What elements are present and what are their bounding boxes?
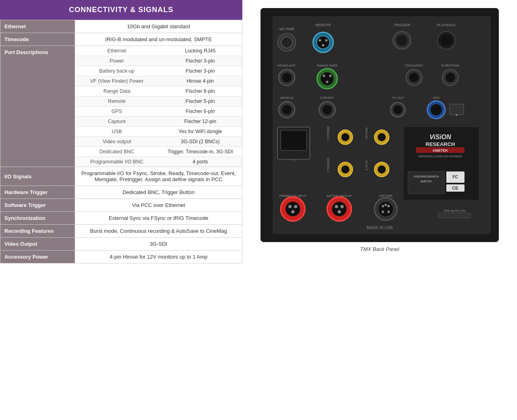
- svg-point-28: [409, 73, 419, 82]
- row-label-3: I/O Signals: [0, 167, 75, 186]
- row-label-7: Recording Features: [0, 225, 75, 238]
- port-value-8: Yes for WiFi dongle: [159, 127, 242, 137]
- row-value-ports: EthernetLocking RJ45PowerFischer 3-pinBa…: [75, 46, 242, 167]
- camera-image: WF PWR REMOTE TRIGGER PLAYBACK HDSDI A/V…: [261, 8, 499, 242]
- svg-text:ViSiON: ViSiON: [429, 134, 451, 140]
- svg-rect-96: [438, 213, 471, 218]
- svg-point-91: [387, 205, 390, 207]
- row-value-1: IRIG-B modulated and un-modulated, SMPTE: [75, 33, 242, 46]
- port-label-8: USB: [75, 127, 159, 137]
- port-value-2: Fischer 3-pin: [159, 66, 242, 76]
- svg-text:PLAYBACK: PLAYBACK: [437, 23, 456, 27]
- row-label-6: Synchronization: [0, 212, 75, 225]
- port-label-6: GPS: [75, 107, 159, 117]
- svg-text:WF PWR: WF PWR: [279, 27, 294, 31]
- svg-text:VISIONRESEARCH: VISIONRESEARCH: [414, 175, 439, 178]
- section-header: CONNECTIVITY & SIGNALS: [0, 0, 242, 20]
- svg-text:AMETEK: AMETEK: [420, 180, 432, 183]
- port-label-0: Ethernet: [75, 46, 159, 56]
- svg-text:S READY: S READY: [320, 96, 334, 100]
- port-label-7: Capture: [75, 117, 159, 127]
- port-value-1: Fischer 3-pin: [159, 56, 242, 66]
- svg-rect-47: [281, 130, 307, 150]
- svg-point-83: [332, 202, 347, 216]
- svg-text:CE: CE: [452, 186, 458, 190]
- row-value-7: Burst mode, Continuous recording & AutoS…: [75, 225, 242, 238]
- svg-point-16: [441, 35, 452, 46]
- svg-point-8: [319, 39, 321, 42]
- svg-text:FC: FC: [452, 175, 458, 179]
- svg-point-54: [378, 133, 386, 141]
- svg-point-93: [387, 211, 390, 213]
- port-label-1: Power: [75, 56, 159, 66]
- row-value-8: 3G-SDI: [75, 238, 242, 251]
- port-value-10: Trigger, Timecode-in, 3G-SDI: [159, 147, 242, 157]
- svg-point-9: [325, 39, 328, 42]
- svg-text:⬡⬡: ⬡⬡: [291, 159, 296, 162]
- svg-point-7: [317, 36, 330, 49]
- svg-text:2 TC IN: 2 TC IN: [365, 161, 368, 170]
- row-value-5: Via PCC over Ethernet: [75, 199, 242, 212]
- svg-point-77: [286, 202, 300, 216]
- svg-text:TOOLS/REV: TOOLS/REV: [405, 64, 423, 67]
- svg-point-22: [321, 72, 334, 85]
- row-value-6: External Sync via FSync or IRIG Timecode: [75, 212, 242, 225]
- svg-text:CAPTURE: CAPTURE: [379, 194, 393, 197]
- svg-text:3 STROBE: 3 STROBE: [327, 126, 330, 140]
- svg-point-90: [382, 205, 384, 207]
- svg-text:TRIGGER: TRIGGER: [393, 23, 410, 27]
- svg-point-40: [393, 105, 402, 114]
- svg-point-94: [385, 204, 387, 206]
- port-label-10: Dedicated BNC: [75, 147, 159, 157]
- svg-text:4 FSYNC: 4 FSYNC: [365, 127, 368, 139]
- svg-point-37: [322, 105, 332, 115]
- svg-point-51: [341, 133, 349, 141]
- svg-point-25: [326, 81, 328, 83]
- port-value-4: Fischer 8-pin: [159, 86, 242, 96]
- svg-point-66: [378, 165, 386, 173]
- svg-point-31: [446, 73, 455, 82]
- port-label-3: VF (View Finder) Power: [75, 76, 159, 86]
- svg-text:RESEARCH: RESEARCH: [426, 141, 455, 147]
- svg-text:1 TRIGGER: 1 TRIGGER: [327, 158, 330, 173]
- svg-point-78: [288, 205, 292, 208]
- svg-point-34: [282, 105, 292, 115]
- left-panel: CONNECTIVITY & SIGNALS Ethernet10Gb and …: [0, 0, 242, 420]
- image-caption: TMX Back Panel: [360, 246, 399, 252]
- svg-point-92: [382, 211, 384, 213]
- svg-text:OFF  AUTO  ON: OFF AUTO ON: [443, 209, 465, 213]
- svg-text:RANGE DATA: RANGE DATA: [317, 64, 338, 67]
- svg-text:GPS: GPS: [433, 96, 440, 100]
- svg-point-79: [294, 205, 297, 208]
- port-value-3: Hirose 4-pin: [159, 76, 242, 86]
- svg-text:MATERIALS ANALYSIS DIVISION: MATERIALS ANALYSIS DIVISION: [418, 155, 462, 158]
- svg-text:B-REF/FWD: B-REF/FWD: [441, 64, 460, 67]
- port-value-11: 4 ports: [159, 157, 242, 167]
- svg-point-19: [282, 73, 292, 82]
- port-value-6: Fischer 6-pin: [159, 107, 242, 117]
- svg-text:MADE IN USA: MADE IN USA: [366, 226, 393, 230]
- svg-point-43: [431, 104, 442, 115]
- svg-text:HDSDI A/VF: HDSDI A/VF: [278, 64, 296, 67]
- svg-point-13: [396, 35, 408, 46]
- row-label-ports: Port Descriptions: [0, 46, 75, 167]
- row-value-4: Dedicated BNC, Trigger Button: [75, 186, 242, 199]
- svg-point-84: [335, 205, 338, 208]
- row-label-8: Video Output: [0, 238, 75, 251]
- svg-text:HDSDI B: HDSDI B: [280, 96, 293, 100]
- svg-point-80: [291, 210, 294, 213]
- svg-point-85: [340, 205, 344, 208]
- port-label-2: Battery back-up: [75, 66, 159, 76]
- svg-text:✦: ✦: [455, 113, 458, 117]
- row-label-1: Timecode: [0, 33, 75, 46]
- row-label-5: Software Trigger: [0, 199, 75, 212]
- row-value-3: Programmable I/O for Fsync, Strobe, Read…: [75, 167, 242, 186]
- svg-point-24: [329, 75, 332, 77]
- svg-point-10: [322, 44, 324, 46]
- port-value-5: Fischer 5-pin: [159, 96, 242, 107]
- port-value-9: 3G-SDI (2 BNCs): [159, 137, 242, 147]
- svg-text:TC OUT: TC OUT: [392, 96, 404, 100]
- port-value-0: Locking RJ45: [159, 46, 242, 56]
- svg-point-63: [341, 165, 349, 173]
- row-label-0: Ethernet: [0, 20, 75, 33]
